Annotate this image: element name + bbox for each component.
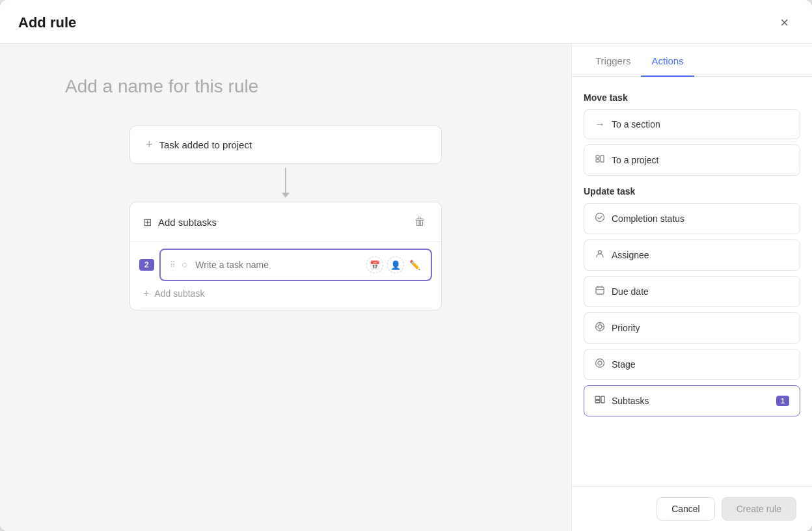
calendar-icon: 📅 [370, 260, 380, 270]
svg-point-3 [596, 213, 604, 222]
update-task-label: Update task [584, 186, 800, 197]
add-subtask-label: Add subtask [154, 288, 204, 299]
action-title-label: Add subtasks [158, 217, 217, 228]
priority-label: Priority [612, 323, 789, 333]
trigger-plus-icon: + [146, 138, 153, 152]
move-to-section-option[interactable]: → To a section [584, 109, 800, 139]
calendar-icon-button[interactable]: 📅 [366, 256, 383, 273]
arrow-head [282, 193, 290, 198]
due-date-label: Due date [612, 286, 789, 297]
stage-option[interactable]: Stage [584, 349, 800, 380]
priority-icon [595, 321, 605, 334]
action-card: ⊞ Add subtasks 🗑 2 ⠿ ○ [129, 202, 442, 310]
svg-point-9 [598, 361, 602, 365]
modal-footer: Cancel Create rule [572, 486, 812, 531]
assignee-option[interactable]: Assignee [584, 239, 800, 271]
stage-icon [595, 358, 605, 371]
due-date-option[interactable]: Due date [584, 276, 800, 307]
assignee-label: Assignee [612, 250, 789, 260]
subtask-badge: 2 [139, 259, 154, 271]
right-panel-content: Move task → To a section To a project [572, 77, 812, 486]
svg-rect-2 [601, 156, 604, 162]
tab-triggers[interactable]: Triggers [585, 44, 641, 77]
svg-rect-12 [601, 396, 604, 403]
svg-rect-10 [595, 396, 600, 400]
cancel-button[interactable]: Cancel [656, 497, 715, 521]
to-section-label: To a section [612, 119, 789, 129]
subtasks-option[interactable]: Subtasks 1 [584, 385, 800, 416]
svg-point-7 [598, 325, 602, 329]
subtasks-label: Subtasks [612, 396, 766, 406]
close-button[interactable]: × [775, 13, 794, 33]
subtask-row-wrapper: 2 ⠿ ○ 📅 👤 [130, 249, 441, 281]
modal-body: Add a name for this rule + Task added to… [0, 44, 812, 531]
left-panel: Add a name for this rule + Task added to… [0, 44, 571, 531]
assignee-icon [595, 249, 605, 262]
subtask-icon: ⊞ [143, 216, 152, 228]
completion-status-label: Completion status [612, 213, 789, 224]
subtask-input-row[interactable]: ⠿ ○ 📅 👤 [159, 249, 432, 281]
trigger-card[interactable]: + Task added to project [129, 126, 442, 164]
svg-rect-0 [596, 156, 599, 158]
svg-point-8 [596, 359, 604, 368]
stage-label: Stage [612, 359, 789, 370]
check-circle-icon: ○ [182, 259, 188, 271]
delete-action-button[interactable]: 🗑 [412, 213, 428, 231]
completion-icon [595, 212, 605, 225]
rule-name-heading: Add a name for this rule [65, 76, 258, 97]
arrow-right-icon: → [595, 118, 605, 130]
subtasks-count-badge: 1 [776, 396, 789, 406]
right-panel: Triggers Actions Move task → To a sectio… [571, 44, 812, 531]
subtasks-icon [595, 394, 605, 407]
trigger-label: Task added to project [159, 139, 252, 150]
svg-rect-1 [596, 159, 599, 162]
action-card-title: ⊞ Add subtasks [143, 216, 217, 228]
svg-rect-5 [596, 287, 604, 294]
flow-container: + Task added to project ⊞ Add subtasks [129, 126, 442, 310]
create-rule-button[interactable]: Create rule [722, 497, 796, 521]
add-subtask-row[interactable]: + Add subtask [130, 281, 441, 310]
assignee-icon-button[interactable]: 👤 [387, 256, 404, 273]
svg-point-4 [599, 251, 602, 254]
due-date-icon [595, 285, 605, 298]
move-to-project-option[interactable]: To a project [584, 144, 800, 176]
person-icon: 👤 [390, 260, 401, 270]
to-project-label: To a project [612, 155, 789, 165]
tabs-row: Triggers Actions [572, 44, 812, 77]
tab-actions[interactable]: Actions [641, 44, 694, 77]
pencil-icon: ✏️ [409, 260, 420, 270]
action-card-header: ⊞ Add subtasks 🗑 [130, 202, 441, 242]
add-subtask-plus-icon: + [143, 288, 149, 299]
svg-rect-11 [595, 400, 600, 403]
project-icon [595, 154, 605, 167]
modal-title: Add rule [18, 14, 76, 31]
subtask-badge-row: 2 ⠿ ○ 📅 👤 [139, 249, 432, 281]
drag-handle-icon: ⠿ [170, 260, 175, 269]
flow-arrow [282, 164, 290, 202]
modal-header: Add rule × [0, 0, 812, 44]
arrow-line [285, 168, 286, 193]
input-icons: 📅 👤 ✏️ [366, 256, 422, 273]
task-name-input[interactable] [195, 260, 362, 270]
move-task-label: Move task [584, 92, 800, 103]
add-rule-modal: Add rule × Add a name for this rule + Ta… [0, 0, 812, 531]
completion-status-option[interactable]: Completion status [584, 203, 800, 234]
edit-icon-button[interactable]: ✏️ [408, 258, 422, 271]
priority-option[interactable]: Priority [584, 312, 800, 344]
